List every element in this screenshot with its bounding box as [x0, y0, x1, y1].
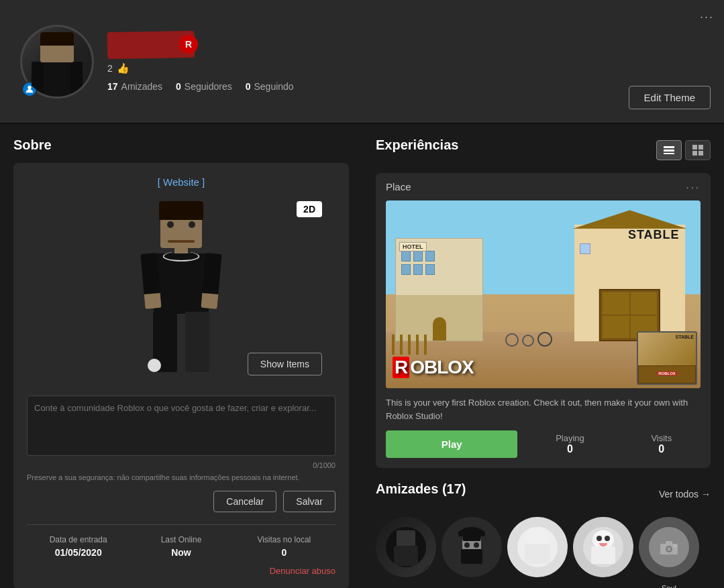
place-title: Place: [386, 181, 411, 192]
stats-row: 17 Amizades 0 Seguidores 0 Seguindo: [107, 81, 704, 92]
roblox-watermark: ROBLOX: [393, 357, 474, 378]
view-toggle: [656, 140, 711, 160]
experiencias-title: Experiências: [376, 137, 458, 153]
visitas-label: Visitas no local: [233, 535, 335, 544]
svg-rect-6: [692, 151, 697, 156]
website-link[interactable]: [ Website ]: [27, 176, 335, 188]
thumbs-up-icon: 👍: [117, 62, 130, 74]
character-model: [127, 201, 235, 375]
friends-row: Soul: [376, 517, 711, 588]
data-entrada-stat: Data de entrada 01/05/2020: [27, 535, 130, 558]
amizades-section: Amizades (17) Ver todos →: [376, 481, 711, 588]
bio-actions: Cancelar Salvar: [27, 491, 335, 512]
bio-disclaimer: Preserve a sua segurança: não compartilh…: [27, 473, 335, 483]
playing-stat: Playing 0: [531, 433, 609, 455]
seguidores-label: Seguidores: [185, 81, 232, 92]
amizades-header: Amizades (17) Ver todos →: [376, 481, 711, 507]
svg-rect-2: [664, 150, 674, 152]
profile-stats-row: Data de entrada 01/05/2020 Last Online N…: [27, 524, 335, 558]
visits-value: 0: [623, 443, 701, 455]
western-scene: HOTEL: [386, 200, 701, 388]
friend-avatar[interactable]: [376, 517, 436, 577]
profile-banner: R 2 👍 17 Amizades 0 Seguidores 0 Seguind…: [0, 0, 724, 124]
thumbnail-overlay: STABLE ROBLOX: [637, 331, 697, 385]
seguidores-stat: 0 Seguidores: [176, 81, 232, 92]
svg-rect-4: [692, 145, 697, 150]
avatar: [20, 25, 94, 99]
playing-value: 0: [531, 443, 609, 455]
sobre-title: Sobre: [13, 137, 349, 153]
grid-view-button[interactable]: [685, 140, 711, 160]
playing-label: Playing: [531, 433, 609, 443]
right-panel: Experiências: [362, 124, 724, 588]
bio-textarea[interactable]: [27, 396, 335, 456]
seguindo-label: Seguindo: [254, 81, 293, 92]
svg-rect-3: [664, 153, 674, 154]
character-area: 2D Show Items: [27, 194, 335, 382]
username-area: R 2 👍 17 Amizades 0 Seguidores 0 Seguind…: [107, 32, 704, 92]
denunciar-link[interactable]: Denunciar abuso: [27, 566, 335, 576]
amizades-title: Amizades (17): [376, 481, 466, 497]
data-entrada-value: 01/05/2020: [27, 547, 130, 558]
friend-item: [376, 517, 436, 588]
online-indicator: [425, 566, 434, 575]
ver-todos-link[interactable]: Ver todos →: [659, 489, 711, 499]
amizades-label: Amizades: [121, 81, 162, 92]
play-button[interactable]: Play: [386, 430, 517, 458]
cancel-button[interactable]: Cancelar: [213, 491, 276, 512]
avatar-wrapper: [20, 25, 94, 99]
place-card-header: Place ···: [376, 173, 711, 200]
avatar-image: [22, 27, 92, 97]
friend-item: Soul: [639, 517, 699, 588]
seguindo-count: 0: [246, 81, 251, 92]
grid-view-icon: [692, 145, 703, 156]
friend-item: [442, 517, 502, 588]
last-online-label: Last Online: [130, 535, 232, 544]
place-more-options[interactable]: ···: [686, 181, 701, 192]
friend-item: [507, 517, 568, 588]
list-view-button[interactable]: [656, 140, 682, 160]
place-card-body: HOTEL: [376, 200, 711, 468]
edit-theme-button[interactable]: Edit Theme: [629, 86, 711, 109]
header-more-options[interactable]: ···: [700, 10, 714, 24]
seguindo-stat: 0 Seguindo: [246, 81, 294, 92]
likes-count: 2: [107, 63, 113, 74]
friend-name: Soul: [639, 584, 699, 588]
friend-avatar[interactable]: [639, 517, 699, 577]
list-view-icon: [664, 145, 674, 156]
svg-rect-7: [699, 151, 703, 156]
last-online-stat: Last Online Now: [130, 535, 232, 558]
save-button[interactable]: Salvar: [283, 491, 335, 512]
data-entrada-label: Data de entrada: [27, 535, 130, 544]
friend-avatar[interactable]: [442, 517, 502, 577]
place-image: HOTEL: [386, 200, 701, 388]
place-card: Place ··· HOTEL: [376, 173, 711, 468]
main-content: Sobre [ Website ]: [0, 124, 724, 588]
place-bottom: Play Playing 0 Visits 0: [386, 430, 701, 458]
svg-point-0: [28, 85, 31, 89]
svg-rect-12: [674, 545, 676, 547]
two-d-badge: 2D: [297, 201, 322, 217]
likes-row: 2 👍: [107, 62, 704, 74]
amizades-stat: 17 Amizades: [107, 81, 162, 92]
svg-rect-5: [699, 145, 703, 150]
amizades-count: 17: [107, 81, 118, 92]
visitas-stat: Visitas no local 0: [233, 535, 335, 558]
last-online-value: Now: [130, 547, 232, 558]
sobre-panel: Sobre [ Website ]: [0, 124, 362, 588]
place-description: This is your very first Roblox creation.…: [386, 396, 701, 422]
visits-stat: Visits 0: [623, 433, 701, 455]
show-items-button[interactable]: Show Items: [248, 353, 322, 375]
experiencias-header: Experiências: [376, 137, 711, 163]
friend-avatar[interactable]: [507, 517, 568, 577]
camera-icon: [659, 538, 679, 556]
friend-item: [573, 517, 633, 588]
bio-char-count: 0/1000: [313, 461, 335, 469]
svg-point-10: [667, 547, 671, 551]
seguidores-count: 0: [176, 81, 181, 92]
svg-rect-11: [666, 541, 672, 545]
friend-avatar[interactable]: [573, 517, 633, 577]
svg-rect-1: [664, 146, 674, 148]
visitas-value: 0: [233, 547, 335, 558]
visits-label: Visits: [623, 433, 701, 443]
